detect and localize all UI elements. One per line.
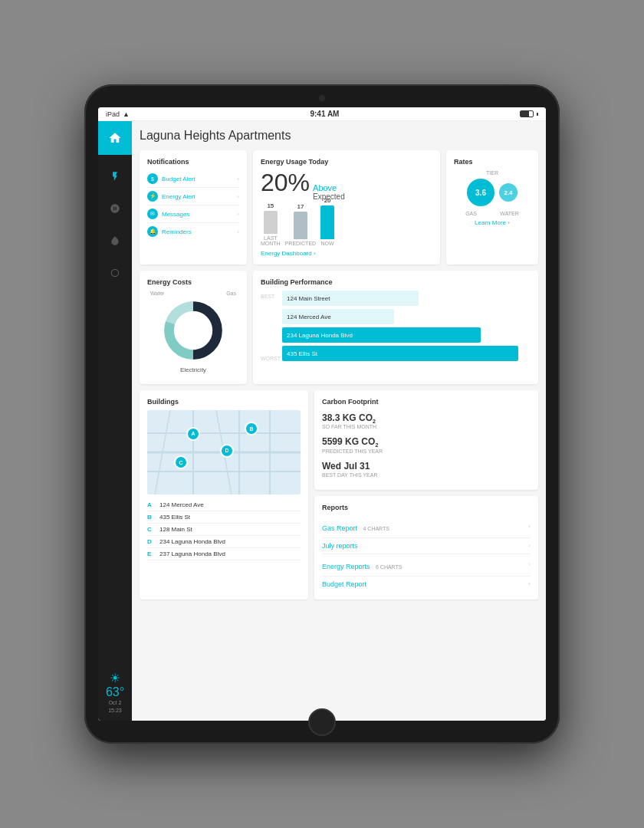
buildings-card: Buildings [140,390,308,600]
sidebar-drop-icon[interactable] [98,225,132,256]
ipad-label: iPad [106,110,120,118]
gas-report-count: 4 CHARTS [363,526,389,531]
sidebar-home-button[interactable] [98,121,132,155]
sidebar-bolt-icon[interactable] [98,161,132,192]
bar-predicted: 17 PREDICTED [285,203,316,247]
reports-title: Reports [322,504,531,511]
address-e: 237 Laguna Honda Blvd [159,550,225,557]
carbon-month: 38.3 KG CO2 SO FAR THIS MONTH [322,410,531,429]
temperature: 63° [106,685,124,699]
home-button[interactable] [308,708,336,736]
perf-row-3: 234 Laguna Honda Blvd [282,327,531,343]
status-time: 9:41 AM [310,110,339,118]
energy-bar-chart: 15 LASTMONTH 17 PREDICTED 20 [261,209,432,247]
bar-last-month: 15 LASTMONTH [261,202,281,247]
sidebar-water-icon[interactable] [98,193,132,224]
notif-budget-label: Budget Alert [162,176,196,182]
notif-budget[interactable]: $ Budget Alert › [147,170,239,188]
building-item-d[interactable]: D 234 Laguna Honda Blvd [147,536,301,548]
map-area: A B C D [147,410,301,495]
top-row: Notifications $ Budget Alert › ⚡ Energ [140,150,538,264]
page-title: Laguna Heights Apartments [140,129,538,143]
donut-svg [159,296,228,365]
report-energy[interactable]: Energy Reports 6 CHARTS › [322,554,531,577]
notif-messages-label: Messages [162,211,189,218]
rate-water-label: WATER [500,211,519,216]
date-display: Oct 2 15:23 [106,699,124,715]
perf-axis: BEST WORST [261,291,279,364]
second-row: Energy Costs Water Gas [140,271,538,384]
wifi-icon: ▲ [123,110,130,118]
battery-tip [537,113,538,116]
main-content: Laguna Heights Apartments Notifications … [132,121,546,721]
address-d: 234 Laguna Honda Blvd [159,538,225,545]
bar-predicted [294,212,307,239]
ipad-screen: iPad ▲ 9:41 AM [98,107,546,721]
axis-best: BEST [261,294,279,299]
weather-icon: ☀ [106,671,124,685]
bottom-row: Buildings [140,390,538,600]
july-report-name: July reports [322,542,358,550]
building-item-a[interactable]: A 124 Merced Ave [147,499,301,511]
pin-b[interactable]: B [245,422,258,435]
messages-chevron: › [237,211,239,218]
energy-costs-title: Energy Costs [147,278,239,286]
letter-b: B [147,514,155,521]
donut-chart: Water Gas [147,291,239,373]
sidebar-circle-icon[interactable] [98,258,132,288]
perf-bar-3: 234 Laguna Honda Blvd [282,327,481,343]
carbon-month-value: 38.3 KG CO2 [322,412,376,423]
perf-row-2: 124 Merced Ave [282,309,531,324]
rate-circle-small: 2.4 [499,183,518,202]
energy-report-name: Energy Reports [322,563,370,570]
status-bar: iPad ▲ 9:41 AM [98,107,546,121]
pin-d[interactable]: D [220,444,234,458]
pin-c[interactable]: C [174,455,188,469]
address-a: 124 Merced Ave [159,501,204,508]
rates-labels: GAS WATER [454,211,531,216]
letter-d: D [147,538,155,545]
notif-reminders[interactable]: 🔔 Reminders › [147,223,239,240]
circle-icon [110,268,120,278]
carbon-year-label: PREDICTED THIS YEAR [322,449,531,454]
bar-lastmonth [264,211,278,234]
energy-alert-icon: ⚡ [147,191,158,202]
sidebar: ☀ 63° Oct 2 15:23 [98,121,132,721]
water-icon [110,203,120,214]
building-item-c[interactable]: C 128 Main St [147,524,301,536]
energy-above: Above [313,183,345,192]
budget-report-chevron: › [528,580,531,587]
reminders-icon: 🔔 [147,226,158,237]
notif-messages[interactable]: ✉ Messages › [147,205,239,223]
carbon-bestday-value: Wed Jul 31 [322,461,370,472]
letter-c: C [147,526,155,533]
notif-energy[interactable]: ⚡ Energy Alert › [147,188,239,205]
letter-a: A [147,501,155,508]
energy-percent: 20% [261,170,310,195]
carbon-year-value: 5599 KG CO2 [322,436,378,447]
building-item-e[interactable]: E 237 Laguna Honda Blvd [147,548,301,560]
carbon-footprint-card: Carbon Footprint 38.3 KG CO2 SO FAR THIS… [314,390,538,490]
address-c: 128 Main St [159,526,192,533]
app-body: ☀ 63° Oct 2 15:23 Laguna Heights Apartme… [98,121,546,721]
carbon-best-day: Wed Jul 31 BEST DAY THIS YEAR [322,458,531,478]
energy-dashboard-link[interactable]: Energy Dashboard › [261,250,432,257]
ipad-device: iPad ▲ 9:41 AM [84,84,560,744]
july-report-chevron: › [528,542,531,549]
report-gas[interactable]: Gas Report 4 CHARTS › [322,516,531,538]
energy-costs-card: Energy Costs Water Gas [140,271,247,384]
report-july[interactable]: July reports › [322,538,531,554]
energy-chevron: › [237,193,239,200]
rates-learn-more[interactable]: Learn More › [454,219,531,226]
gas-report-chevron: › [528,523,531,530]
notif-energy-label: Energy Alert [162,193,196,200]
drop-icon [110,235,120,246]
pin-a[interactable]: A [186,427,200,441]
building-item-b[interactable]: B 435 Ellis St [147,511,301,524]
report-budget[interactable]: Budget Report › [322,577,531,592]
perf-row-4: 435 Ellis St [282,346,531,361]
reminders-chevron: › [237,228,239,235]
energy-report-count: 6 CHARTS [376,564,402,570]
perf-bars: 124 Main Street 124 Merced Ave 234 Lagun… [282,291,531,364]
carbon-month-label: SO FAR THIS MONTH [322,424,531,429]
